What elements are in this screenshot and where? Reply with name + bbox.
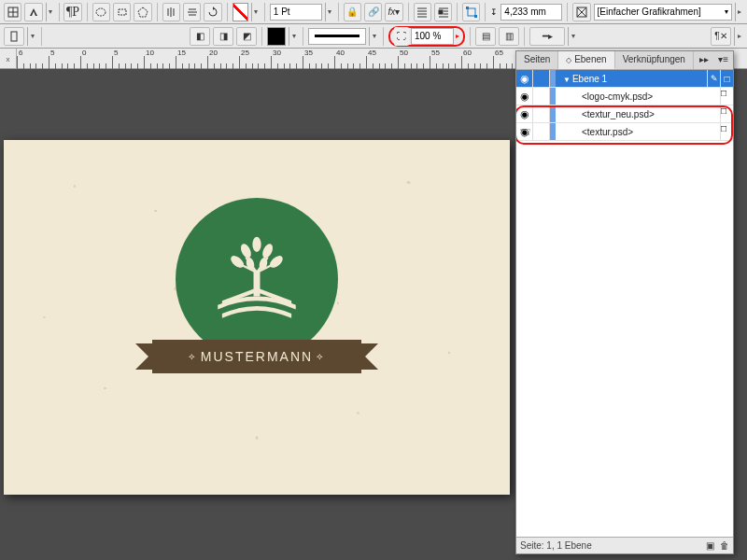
layer-select-box[interactable]: □: [720, 105, 733, 122]
align-icon-2[interactable]: ◨: [213, 27, 233, 46]
arrow-control-icon[interactable]: ━▸: [529, 27, 565, 46]
zoom-control-highlight: ⛶ ▸: [388, 26, 465, 47]
offset-input[interactable]: [500, 4, 562, 21]
rotate-icon[interactable]: [204, 3, 221, 21]
layer-select-box[interactable]: □: [720, 123, 733, 140]
logo-graphic[interactable]: ⟡ MUSTERMANN ⟡: [152, 198, 361, 373]
separator: [457, 3, 458, 21]
svg-rect-17: [468, 8, 475, 16]
svg-rect-19: [474, 15, 477, 18]
new-layer-icon[interactable]: ▣: [706, 540, 714, 551]
flip-v-icon[interactable]: [183, 3, 201, 21]
doc-icon[interactable]: [4, 27, 24, 46]
svg-point-26: [239, 243, 253, 260]
toolbar-overflow[interactable]: ▸: [735, 3, 743, 21]
lock-icon[interactable]: 🔒: [344, 3, 361, 21]
zoom-input[interactable]: [411, 28, 454, 45]
panel-menu-icon[interactable]: ▾≡: [713, 51, 733, 69]
separator: [567, 3, 568, 21]
svg-point-29: [268, 254, 285, 271]
banner-deco-left: ⟡: [189, 351, 197, 362]
cursor-icon: ☜: [519, 124, 531, 139]
polygon-tool-icon[interactable]: [134, 3, 151, 21]
frame-type-icon[interactable]: [572, 3, 590, 21]
logo-banner: ⟡ MUSTERMANN ⟡: [152, 340, 361, 373]
layer-pen-icon[interactable]: ✎: [707, 70, 720, 87]
stroke-dropdown[interactable]: ▾: [289, 27, 298, 46]
zoom-right-arrow[interactable]: ▸: [456, 32, 459, 40]
wrap-mode-a-icon[interactable]: ▤: [475, 27, 496, 46]
lock-toggle[interactable]: [533, 70, 550, 87]
paragraph-tool-icon[interactable]: ¶P: [63, 3, 81, 21]
panel-status-bar: Seite: 1, 1 Ebene ▣ 🗑: [516, 537, 733, 553]
ruler-label: 40: [336, 49, 345, 57]
banner-text: MUSTERMANN: [201, 349, 313, 364]
doc-dropdown[interactable]: ▾: [27, 27, 36, 46]
line-style-combo[interactable]: [308, 28, 366, 45]
separator: [470, 27, 471, 46]
ruler-label: 65: [495, 49, 503, 57]
wrap-left-icon[interactable]: [414, 3, 431, 21]
lock-toggle[interactable]: [533, 105, 550, 122]
document-canvas[interactable]: ⟡ MUSTERMANN ⟡: [4, 140, 510, 495]
arrow-dropdown[interactable]: ▾: [568, 27, 577, 46]
offset-icon: ↧: [490, 7, 498, 17]
tab-seiten[interactable]: Seiten: [516, 51, 558, 69]
ruler-label: 25: [241, 49, 249, 57]
ruler-label: 6: [19, 49, 22, 57]
ruler-label: 50: [400, 49, 408, 57]
stroke-weight-dropdown[interactable]: ▾: [325, 3, 333, 21]
svg-rect-13: [439, 10, 443, 14]
fx-button[interactable]: fx▾: [385, 3, 402, 21]
lock-toggle[interactable]: [533, 123, 550, 140]
layer-item[interactable]: ◉ <textur.psd> □: [516, 123, 733, 141]
tab-verknuepfungen[interactable]: Verknüpfungen: [615, 51, 694, 69]
layer-root-label: ▼Ebene 1: [556, 74, 707, 84]
visibility-toggle[interactable]: ◉: [516, 70, 533, 87]
separator: [41, 27, 42, 46]
visibility-toggle[interactable]: ◉: [516, 105, 533, 122]
anchor-grid-icon[interactable]: [4, 3, 21, 21]
lock-toggle[interactable]: [533, 88, 550, 105]
layer-item[interactable]: ◉ <logo-cmyk.psd> □: [516, 88, 733, 105]
stroke-weight-input[interactable]: [270, 4, 322, 21]
ruler-label: 15: [177, 49, 186, 57]
tree-icon: [203, 225, 311, 333]
fill-swatch-none[interactable]: [233, 3, 249, 21]
ellipse-tool-icon[interactable]: [92, 3, 110, 21]
layer-select-box[interactable]: □: [720, 88, 733, 105]
flip-h-icon[interactable]: [162, 3, 180, 21]
svg-point-25: [252, 237, 261, 252]
ruler-origin[interactable]: x: [0, 49, 17, 69]
panel-collapse-icon[interactable]: ▸▸: [695, 51, 713, 69]
fill-dropdown[interactable]: ▾: [251, 3, 260, 21]
rect-tool-icon[interactable]: [113, 3, 131, 21]
delete-layer-icon[interactable]: 🗑: [720, 540, 729, 551]
tool-a-icon[interactable]: [24, 3, 42, 21]
toolbar-overflow-2[interactable]: ▸: [734, 27, 743, 46]
separator: [383, 27, 384, 46]
fit-zoom-icon[interactable]: ⛶: [394, 27, 409, 46]
svg-marker-7: [213, 7, 215, 10]
layer-root-row[interactable]: ◉ ▼Ebene 1 ✎ □: [516, 70, 733, 88]
frame-type-combo[interactable]: [Einfacher Grafikrahmen]▾: [594, 4, 733, 21]
visibility-toggle[interactable]: ◉: [516, 88, 533, 105]
align-icon-1[interactable]: ◧: [190, 27, 210, 46]
svg-point-28: [229, 254, 246, 271]
transform-icon[interactable]: [462, 3, 480, 21]
link-icon[interactable]: 🔗: [364, 3, 382, 21]
separator: [87, 3, 88, 21]
line-style-dropdown[interactable]: ▾: [369, 27, 378, 46]
tool-a-dropdown[interactable]: ▾: [46, 3, 54, 21]
align-icon-3[interactable]: ◩: [236, 27, 257, 46]
layer-item[interactable]: ◉ <textur_neu.psd> □: [516, 105, 733, 123]
stroke-swatch-black[interactable]: [267, 27, 286, 46]
svg-marker-6: [138, 7, 148, 17]
layer-select-box[interactable]: □: [720, 70, 733, 87]
wrap-right-icon[interactable]: [434, 3, 452, 21]
clear-override-icon[interactable]: ¶✕: [711, 27, 731, 46]
tab-ebenen[interactable]: ◇ Ebenen: [558, 51, 614, 69]
wrap-mode-b-icon[interactable]: ▥: [499, 27, 519, 46]
ruler-label: 5: [50, 49, 54, 57]
separator: [261, 27, 262, 46]
